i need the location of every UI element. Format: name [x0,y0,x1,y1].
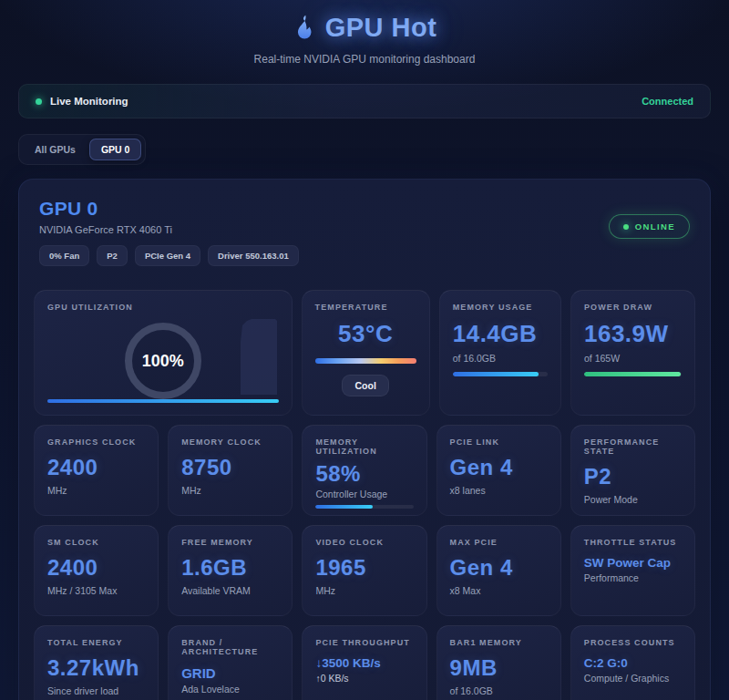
pcie-rx-value: ↓3500 KB/s [315,656,413,670]
throttle-status-value: SW Power Cap [584,556,682,570]
badge-pstate: P2 [97,245,128,266]
memory-utilization-value: 58% [315,461,413,487]
card-label: TOTAL ENERGY [47,638,145,647]
free-memory-sub: Available VRAM [181,585,279,596]
card-temperature: TEMPERATURE 53°C Cool [302,290,430,416]
pcie-tx-value: ↑0 KB/s [315,673,413,684]
badge-pcie-gen: PCIe Gen 4 [135,245,200,266]
power-draw-sub: of 165W [584,353,682,364]
tab-all-gpus[interactable]: All GPUs [23,139,87,160]
utilization-sparkline [180,311,282,395]
tab-gpu-0[interactable]: GPU 0 [89,139,142,160]
memory-usage-value: 14.4GB [453,320,548,348]
memory-usage-bar-fill [453,372,539,376]
card-performance-state: PERFORMANCE STATE P2 Power Mode [570,425,695,516]
sm-clock-sub: MHz / 3105 Max [47,585,145,596]
card-pcie-throughput: PCIE THROUGHPUT ↓3500 KB/s ↑0 KB/s [302,625,426,700]
throttle-status-sub: Performance [584,572,682,583]
card-pcie-link: PCIE LINK Gen 4 x8 lanes [436,425,561,516]
live-monitoring-bar: Live Monitoring Connected [18,84,711,118]
total-energy-sub: Since driver load [47,685,145,696]
page-title: GPU Hot [325,13,437,43]
utilization-bar-fill [47,399,279,403]
card-bar1-memory: BAR1 MEMORY 9MB of 16.0GB [436,625,561,700]
memory-utilization-bar-fill [315,505,372,509]
card-label: THROTTLE STATUS [584,538,682,547]
gpu-panel: GPU 0 NVIDIA GeForce RTX 4060 Ti 0% Fan … [18,179,711,700]
badge-fan: 0% Fan [39,245,89,266]
card-label: PERFORMANCE STATE [584,438,682,456]
card-memory-utilization: MEMORY UTILIZATION 58% Controller Usage [302,425,426,516]
power-draw-bar-track [584,372,682,376]
memory-usage-sub: of 16.0GB [453,353,548,364]
flame-icon [293,15,316,42]
video-clock-value: 1965 [315,555,413,581]
temperature-status-chip: Cool [342,375,388,396]
card-video-clock: VIDEO CLOCK 1965 MHz [302,525,426,616]
performance-state-value: P2 [584,464,682,489]
total-energy-value: 3.27kWh [47,655,145,681]
card-gpu-utilization: GPU UTILIZATION 100% [34,290,293,416]
max-pcie-value: Gen 4 [450,555,548,581]
sm-clock-value: 2400 [47,555,145,581]
process-counts-value: C:2 G:0 [584,656,682,670]
bar1-memory-sub: of 16.0GB [450,685,548,696]
graphics-clock-sub: MHz [47,485,145,496]
card-label: GRAPHICS CLOCK [47,438,145,447]
gpu-tabs: All GPUs GPU 0 [18,134,146,165]
card-label: POWER DRAW [584,303,682,312]
card-total-energy: TOTAL ENERGY 3.27kWh Since driver load [34,625,159,700]
bar1-memory-value: 9MB [450,655,548,681]
page-subtitle: Real-time NVIDIA GPU monitoring dashboar… [18,53,711,66]
gpu-panel-header: GPU 0 NVIDIA GeForce RTX 4060 Ti 0% Fan … [34,194,695,266]
power-draw-bar-fill [584,372,681,376]
card-label: BRAND / ARCHITECTURE [181,638,279,656]
app-header: GPU Hot Real-time NVIDIA GPU monitoring … [18,11,711,66]
card-label: MAX PCIE [450,538,548,547]
card-max-pcie: MAX PCIE Gen 4 x8 Max [436,525,561,616]
card-graphics-clock: GRAPHICS CLOCK 2400 MHz [34,425,159,516]
process-counts-sub: Compute / Graphics [584,673,682,684]
gpu-title: GPU 0 [39,198,299,220]
card-label: VIDEO CLOCK [315,538,413,547]
card-brand-architecture: BRAND / ARCHITECTURE GRID Ada Lovelace [168,625,293,700]
card-throttle-status: THROTTLE STATUS SW Power Cap Performance [570,525,695,616]
utilization-value: 100% [142,352,184,371]
card-sm-clock: SM CLOCK 2400 MHz / 3105 Max [34,525,159,616]
card-label: MEMORY CLOCK [181,438,279,447]
pcie-link-value: Gen 4 [450,455,548,480]
card-memory-clock: MEMORY CLOCK 8750 MHz [168,425,293,516]
online-dot-icon [623,224,629,230]
card-label: MEMORY USAGE [453,303,548,312]
card-label: TEMPERATURE [315,303,416,312]
max-pcie-sub: x8 Max [450,585,548,596]
gpu-badges: 0% Fan P2 PCIe Gen 4 Driver 550.163.01 [39,245,299,266]
power-draw-value: 163.9W [584,320,682,348]
architecture-sub: Ada Lovelace [181,684,279,695]
live-monitoring-label: Live Monitoring [50,96,128,107]
card-power-draw: POWER DRAW 163.9W of 165W [570,290,695,416]
memory-utilization-sub: Controller Usage [315,489,413,499]
card-memory-usage: MEMORY USAGE 14.4GB of 16.0GB [439,290,561,416]
card-process-counts: PROCESS COUNTS C:2 G:0 Compute / Graphic… [570,625,695,700]
badge-driver: Driver 550.163.01 [208,245,299,266]
card-label: SM CLOCK [47,538,145,547]
graphics-clock-value: 2400 [47,455,145,480]
utilization-bar-track [47,399,279,403]
card-label: MEMORY UTILIZATION [315,438,413,456]
memory-usage-bar-track [453,372,548,376]
card-label: BAR1 MEMORY [450,638,548,647]
live-status-dot-icon [36,98,42,105]
card-free-memory: FREE MEMORY 1.6GB Available VRAM [168,525,293,616]
card-label: PCIE LINK [450,438,548,447]
temperature-value: 53°C [315,320,416,348]
gpu-name: NVIDIA GeForce RTX 4060 Ti [39,224,299,235]
brand-value: GRID [181,665,279,681]
dashboard: GPU Hot Real-time NVIDIA GPU monitoring … [0,0,729,700]
performance-state-sub: Power Mode [584,494,682,505]
online-badge: ONLINE [609,214,690,239]
card-label: PROCESS COUNTS [584,638,682,647]
memory-clock-sub: MHz [181,485,279,496]
memory-clock-value: 8750 [181,455,279,480]
video-clock-sub: MHz [315,585,413,596]
